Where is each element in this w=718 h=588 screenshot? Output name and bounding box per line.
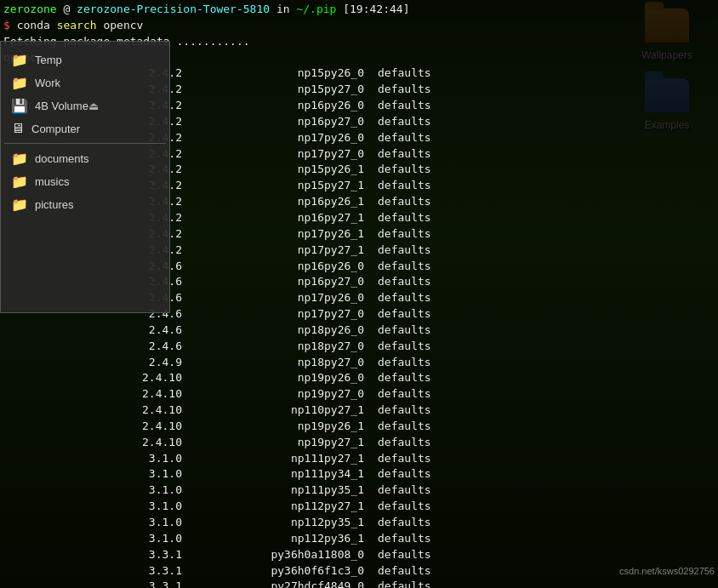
package-row: 2.4.10np19py27_1defaults	[3, 435, 715, 451]
fm-item-work[interactable]: 📁 Work	[4, 71, 166, 94]
fm-divider	[4, 143, 166, 144]
fm-item-pictures[interactable]: 📁 pictures	[4, 193, 166, 216]
prompt-user: zerozone	[3, 3, 57, 15]
package-row: 2.4.10np110py27_1defaults	[3, 402, 715, 419]
prompt-host: zerozone-Precision-Tower-5810	[77, 3, 270, 15]
package-row: 2.4.9np18py27_0defaults	[3, 355, 715, 371]
package-row: 3.1.0np111py34_1defaults	[3, 466, 715, 482]
package-row: 3.3.1py27hdcf4849_0defaults	[3, 579, 715, 588]
file-manager-sidebar: 📁 Temp 📁 Work 💾 4B Volume ⏏ 🖥 Computer 📁…	[1, 42, 169, 312]
fm-label-temp: Temp	[35, 54, 62, 66]
package-row: 2.4.6np18py27_0defaults	[3, 339, 715, 355]
package-row: 3.3.1py36h0f6f1c3_0defaults	[3, 563, 715, 579]
folder-icon-work: 📁	[11, 75, 28, 91]
folder-icon-pictures: 📁	[11, 197, 28, 213]
package-row: 2.4.10np19py27_0defaults	[3, 386, 715, 402]
prompt-in: in	[270, 3, 296, 15]
cmd-conda: conda	[17, 19, 57, 31]
fm-label-documents: documents	[35, 152, 89, 165]
fm-label-volume: 4B Volume	[35, 100, 88, 112]
watermark-text: csdn.net/ksws0292756	[619, 566, 715, 576]
prompt-at: @	[57, 3, 77, 15]
fm-item-musics[interactable]: 📁 musics	[4, 170, 166, 193]
watermark: csdn.net/ksws0292756	[619, 566, 715, 576]
folder-icon-documents: 📁	[11, 151, 28, 167]
package-row: 3.1.0np111py35_1defaults	[3, 482, 715, 499]
fm-item-documents[interactable]: 📁 documents	[4, 147, 166, 170]
eject-button[interactable]: ⏏	[88, 100, 99, 112]
prompt-dir: ~/.pip	[296, 3, 336, 15]
computer-icon: 🖥	[11, 121, 25, 136]
package-row: 3.1.0np111py27_1defaults	[3, 451, 715, 467]
package-row: 3.1.0np112py27_1defaults	[3, 499, 715, 515]
terminal-prompt-line: zerozone @ zerozone-Precision-Tower-5810…	[3, 2, 715, 18]
package-row: 3.1.0np112py36_1defaults	[3, 531, 715, 547]
fm-item-computer[interactable]: 🖥 Computer	[4, 117, 166, 140]
fm-label-musics: musics	[35, 175, 69, 188]
terminal-command-line: $ conda search opencv	[3, 18, 715, 34]
fm-label-computer: Computer	[31, 123, 80, 135]
fm-item-temp[interactable]: 📁 Temp	[4, 49, 166, 71]
fm-item-volume[interactable]: 💾 4B Volume ⏏	[4, 94, 166, 117]
folder-icon-temp: 📁	[11, 52, 28, 68]
package-row: 2.4.10np19py26_1defaults	[3, 419, 715, 435]
prompt-time: [19:42:44]	[336, 3, 409, 15]
package-row: 3.1.0np112py35_1defaults	[3, 515, 715, 531]
cmd-search: search	[57, 19, 97, 31]
cmd-opencv: opencv	[97, 19, 144, 31]
fm-label-work: Work	[35, 77, 60, 89]
fm-label-pictures: pictures	[35, 198, 74, 211]
prompt-dollar: $	[3, 19, 17, 31]
package-row: 3.3.1py36h0a11808_0defaults	[3, 547, 715, 563]
package-row: 2.4.6np18py26_0defaults	[3, 323, 715, 339]
folder-icon-musics: 📁	[11, 174, 28, 190]
drive-icon-volume: 💾	[11, 98, 28, 114]
package-row: 2.4.10np19py26_0defaults	[3, 370, 715, 386]
file-manager-panel: 📁 Temp 📁 Work 💾 4B Volume ⏏ 🖥 Computer 📁…	[0, 41, 170, 313]
